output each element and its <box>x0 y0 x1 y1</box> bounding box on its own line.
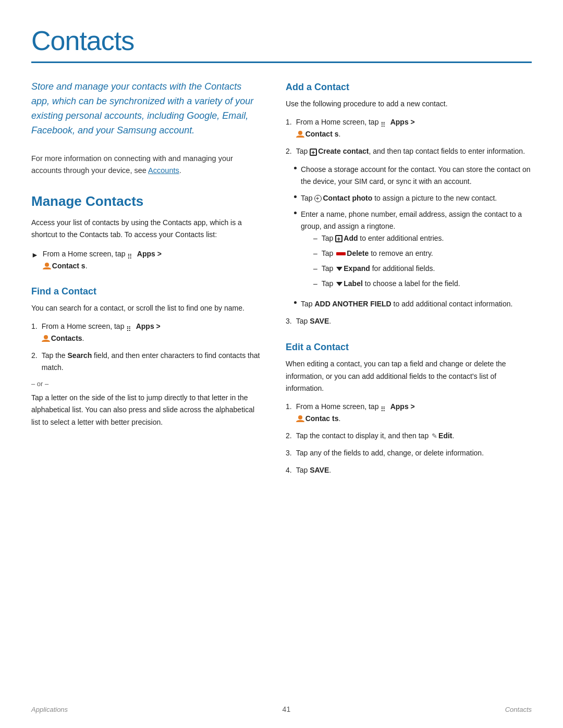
title-divider <box>31 61 532 63</box>
person-icon-2 <box>42 335 50 343</box>
add-contacts-bold: Contact s <box>305 130 339 138</box>
dash-item-3: – Tap Expand for additional fields. <box>313 263 532 275</box>
plus-icon-add <box>335 235 342 242</box>
add-contact-bullets: Choose a storage account for the contact… <box>286 164 532 310</box>
add-contact-section: Add a Contact Use the following procedur… <box>286 82 532 327</box>
apps-grid-icon-2 <box>126 323 133 330</box>
edit-step-4: 4. Tap SAVE. <box>286 464 532 476</box>
find-contact-intro: You can search for a contact, or scroll … <box>31 302 261 314</box>
intro-italic-text: Store and manage your contacts with the … <box>31 80 261 138</box>
bullet-dot-4 <box>294 301 297 304</box>
apps-grid-icon-4 <box>381 403 388 411</box>
intro-normal-before: For more information on connecting with … <box>31 154 233 175</box>
manage-step-text: From a Home screen, tap Apps > Contact s… <box>43 248 162 272</box>
add-bullet-4: Tap ADD ANOTHER FIELD to add additional … <box>294 298 532 310</box>
bullet-dot-1 <box>294 167 297 169</box>
dash-list: – Tap Add to enter additional entries. –… <box>301 232 532 290</box>
svg-point-3 <box>298 415 302 419</box>
apps-grid-icon <box>127 251 134 258</box>
add-contact-intro: Use the following procedure to add a new… <box>286 98 532 110</box>
edit-step-1-num: 1. <box>286 401 292 425</box>
two-column-layout: Store and manage your contacts with the … <box>31 80 532 491</box>
find-step-2-num: 2. <box>31 350 38 374</box>
add-bullet-2: Tap Contact photo to assign a picture to… <box>294 192 532 204</box>
expand-icon <box>336 267 342 271</box>
add-step-1: 1. From a Home screen, tap Apps > Contac… <box>286 116 532 140</box>
manage-contacts-step: ► From a Home screen, tap Apps > Contact… <box>31 248 261 272</box>
bullet-dot-2 <box>294 195 297 198</box>
footer-right: Contacts <box>505 706 532 713</box>
footer: Applications 41 Contacts <box>0 705 563 713</box>
edit-step-4-num: 4. <box>286 464 292 476</box>
arrow-icon: ► <box>31 249 39 261</box>
footer-left: Applications <box>31 706 68 713</box>
left-column: Store and manage your contacts with the … <box>31 80 261 443</box>
intro-normal-after: . <box>179 166 181 175</box>
svg-point-2 <box>298 131 302 135</box>
add-step-3: 3. Tap SAVE. <box>286 315 532 327</box>
find-contact-section: Find a Contact You can search for a cont… <box>31 286 261 428</box>
circle-plus-icon <box>314 195 322 202</box>
intro-normal-text: For more information on connecting with … <box>31 153 261 177</box>
edit-step-3: 3. Tap any of the fields to add, change,… <box>286 447 532 459</box>
add-step-2-num: 2. <box>286 145 292 157</box>
find-step-1-content: From a Home screen, tap Apps > Contacts. <box>42 320 161 344</box>
minus-icon-delete <box>336 252 346 255</box>
apps-grid-icon-3 <box>381 119 388 126</box>
edit-step-2-num: 2. <box>286 430 292 442</box>
manage-contacts-section: Manage Contacts Access your list of cont… <box>31 193 261 272</box>
add-step-3-list: 3. Tap SAVE. <box>286 315 532 327</box>
dash-item-4: – Tap Label to choose a label for the fi… <box>313 278 532 290</box>
find-step-1: 1. From a Home screen, tap Apps > Contac… <box>31 320 261 344</box>
svg-point-0 <box>45 263 49 267</box>
label-icon <box>336 282 342 286</box>
find-contact-heading: Find a Contact <box>31 286 261 297</box>
bullet-dot-3 <box>294 212 297 214</box>
edit-contact-intro: When editing a contact, you can tap a fi… <box>286 358 532 394</box>
edit-contact-heading: Edit a Contact <box>286 342 532 353</box>
add-contact-heading: Add a Contact <box>286 82 532 93</box>
pencil-icon: ✎ <box>432 430 437 441</box>
edit-contact-steps: 1. From a Home screen, tap Apps > Contac… <box>286 401 532 476</box>
svg-point-1 <box>44 335 48 339</box>
contacts-bold: Contact s <box>52 262 85 270</box>
page-title: Contacts <box>31 25 532 56</box>
add-step-1-num: 1. <box>286 116 292 140</box>
find-step-2: 2. Tap the Search field, and then enter … <box>31 350 261 374</box>
edit-step-2: 2. Tap the contact to display it, and th… <box>286 430 532 442</box>
apps-bold: Apps > <box>135 250 161 258</box>
find-step-2-content: Tap the Search field, and then enter cha… <box>42 350 261 374</box>
add-contact-steps: 1. From a Home screen, tap Apps > Contac… <box>286 116 532 157</box>
add-step-1-content: From a Home screen, tap Apps > Contact s… <box>296 116 415 140</box>
dash-item-1: – Tap Add to enter additional entries. <box>313 232 532 244</box>
person-icon-3 <box>296 130 304 139</box>
add-step-2: 2. Tap Create contact, and then tap cont… <box>286 145 532 157</box>
plus-create-icon <box>310 149 317 156</box>
find-contacts-bold: Contacts <box>51 334 82 342</box>
edit-contacts-bold: Contac ts <box>305 414 339 423</box>
or-line: – or – <box>31 380 261 388</box>
accounts-link[interactable]: Accounts <box>148 166 179 175</box>
footer-page-number: 41 <box>283 705 291 713</box>
edit-contact-section: Edit a Contact When editing a contact, y… <box>286 342 532 476</box>
edit-step-1-content: From a Home screen, tap Apps > Contac ts… <box>296 401 415 425</box>
add-bullet-3: Enter a name, phone number, email addres… <box>294 208 532 294</box>
edit-step-1: 1. From a Home screen, tap Apps > Contac… <box>286 401 532 425</box>
person-icon-4 <box>296 415 304 423</box>
add-bullet-1: Choose a storage account for the contact… <box>294 164 532 188</box>
edit-step-3-num: 3. <box>286 447 292 459</box>
page: Contacts Store and manage your contacts … <box>0 0 563 728</box>
find-step-1-num: 1. <box>31 320 38 344</box>
right-column: Add a Contact Use the following procedur… <box>286 80 532 491</box>
add-step-2-content: Tap Create contact, and then tap contact… <box>296 145 525 157</box>
person-icon <box>43 262 51 270</box>
find-contact-steps: 1. From a Home screen, tap Apps > Contac… <box>31 320 261 374</box>
or-description: Tap a letter on the side of the list to … <box>31 392 261 428</box>
manage-contacts-heading: Manage Contacts <box>31 193 261 209</box>
manage-contacts-intro: Access your list of contacts by using th… <box>31 217 261 241</box>
dash-item-2: – Tap Delete to remove an entry. <box>313 248 532 260</box>
add-step-3-num: 3. <box>286 315 292 327</box>
